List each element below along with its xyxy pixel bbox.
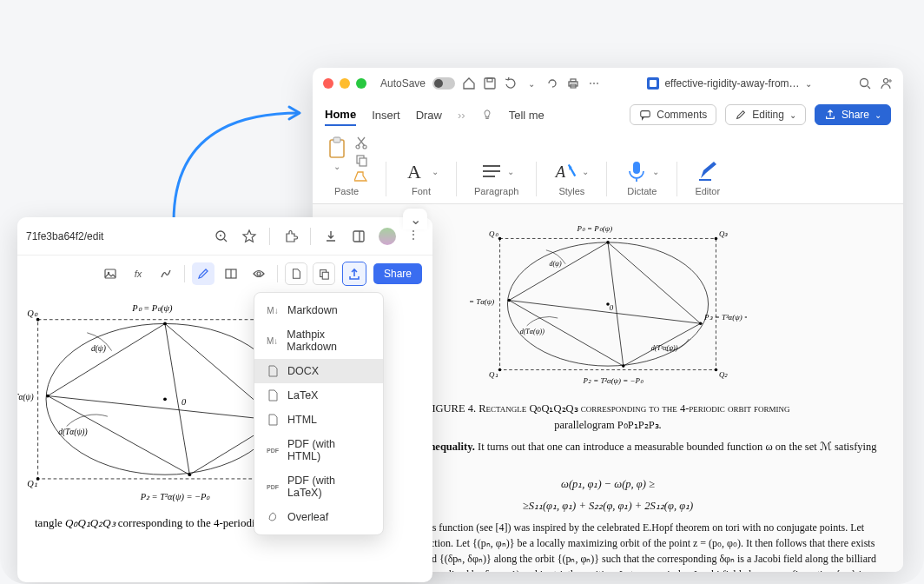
paste-group[interactable]: ⌄ Paste (325, 136, 368, 196)
toolbar-divider (269, 228, 270, 245)
image-icon[interactable] (99, 262, 122, 285)
font-a-icon: A (404, 158, 428, 184)
svg-line-48 (224, 239, 227, 242)
svg-text:P₀ = P₀(ψ): P₀ = P₀(ψ) (131, 303, 173, 314)
svg-text:0: 0 (610, 303, 614, 312)
export-item-pdf-latex[interactable]: PDFPDF (with LaTeX) (254, 468, 383, 505)
editing-label: Editing (752, 109, 784, 121)
tab-home[interactable]: Home (325, 104, 356, 126)
sidepanel-icon[interactable] (351, 229, 366, 244)
font-chevron-icon: ⌄ (432, 167, 439, 176)
svg-line-6 (868, 86, 870, 89)
svg-rect-11 (333, 137, 340, 143)
dictate-chevron-icon: ⌄ (652, 167, 659, 176)
svg-rect-0 (485, 78, 495, 89)
editor-group[interactable]: Editor (695, 158, 720, 196)
print-icon[interactable] (566, 76, 580, 90)
undo-icon[interactable] (504, 76, 518, 90)
svg-text:Q₁: Q₁ (27, 479, 37, 488)
scribble-icon[interactable] (155, 262, 177, 285)
editing-mode-button[interactable]: Editing ⌄ (725, 104, 806, 125)
fx-icon[interactable]: fx (127, 262, 149, 285)
bookmark-star-icon[interactable] (241, 229, 257, 244)
snip-share-button[interactable]: Share (373, 263, 422, 284)
ribbon-divider (386, 162, 386, 196)
download-icon[interactable] (323, 229, 339, 244)
tabs-overflow-icon[interactable]: ›› (458, 109, 465, 122)
export-item-overleaf[interactable]: Overleaf (254, 505, 383, 529)
ribbon-divider (536, 162, 537, 196)
svg-text:d(Tα(ψ)): d(Tα(ψ)) (520, 328, 545, 335)
paste-chevron-icon: ⌄ (333, 162, 340, 171)
cut-icon[interactable] (354, 136, 368, 149)
extensions-icon[interactable] (282, 229, 298, 244)
svg-text:d(T²α(ψ)): d(T²α(ψ)) (651, 344, 678, 352)
font-group[interactable]: A ⌄ Font (404, 158, 439, 196)
tex-file-icon (267, 389, 279, 402)
md-badge-icon: M↓ (267, 335, 278, 347)
export-item-docx[interactable]: DOCX (254, 359, 383, 383)
tab-chevron-icon[interactable]: ⌄ (403, 209, 427, 229)
preview-eye-icon[interactable] (248, 262, 270, 285)
svg-point-25 (498, 237, 502, 241)
dictate-group[interactable]: ⌄ Dictate (624, 158, 659, 196)
export-item-pdf-html[interactable]: PDFPDF (with HTML) (254, 432, 383, 468)
pdf-badge-icon: PDF (267, 444, 279, 456)
autosave-toggle[interactable] (432, 77, 455, 90)
svg-rect-15 (360, 158, 366, 166)
styles-group[interactable]: A ⌄ Styles (554, 158, 589, 196)
svg-text:P₂ = T²α(ψ) = −P₀: P₂ = T²α(ψ) = −P₀ (140, 493, 211, 503)
share-label: Share (842, 109, 869, 121)
zoom-light[interactable] (356, 78, 366, 89)
figure-4-diagram: Q₀ Q₃ Q₁ Q₂ P₀ = P₀(ψ) P₂ = T²α(ψ) = −P₀… (469, 213, 747, 395)
export-item-latex[interactable]: LaTeX (254, 383, 383, 408)
close-light[interactable] (323, 78, 333, 89)
export-button[interactable] (342, 262, 366, 286)
toolbar-divider (310, 228, 311, 245)
minimize-light[interactable] (340, 78, 350, 89)
page-icon[interactable] (285, 262, 307, 285)
profile-avatar[interactable] (379, 228, 396, 245)
tab-draw[interactable]: Draw (416, 105, 442, 125)
html-file-icon (267, 414, 279, 426)
editor-group-label: Editor (695, 186, 720, 196)
tell-me-field[interactable]: Tell me (509, 105, 544, 125)
redo-icon[interactable] (545, 76, 559, 90)
dictate-group-label: Dictate (627, 186, 657, 196)
format-painter-icon[interactable] (354, 170, 368, 184)
home-icon[interactable] (462, 76, 476, 90)
more-icon[interactable]: ⋯ (587, 76, 601, 90)
zoom-lens-icon[interactable] (214, 229, 229, 244)
export-item-markdown[interactable]: M↓Markdown (254, 298, 383, 322)
copy-icon[interactable] (354, 153, 368, 167)
copy-output-icon[interactable] (313, 262, 335, 285)
share-button[interactable]: Share ⌄ (815, 104, 891, 125)
share-chevron-icon: ⌄ (874, 110, 881, 120)
split-view-icon[interactable] (220, 262, 242, 285)
paragraph-group[interactable]: ⌄ Paragraph (474, 158, 518, 196)
search-icon[interactable] (858, 76, 872, 90)
save-icon[interactable] (483, 76, 497, 90)
export-item-html[interactable]: HTML (254, 408, 383, 432)
comments-button[interactable]: Comments (630, 104, 716, 125)
browser-snip-window: ⌄ 71fe3ba64f2/edit ⋮ fx (17, 217, 432, 582)
editor-pen-icon (696, 158, 720, 184)
svg-text:Q₂: Q₂ (719, 370, 728, 379)
window-controls (323, 78, 366, 89)
lightbulb-icon (481, 109, 493, 121)
svg-text:P₂ = T²α(ψ) = −P₀: P₂ = T²α(ψ) = −P₀ (583, 376, 644, 385)
filename-chevron-icon[interactable]: ⌄ (805, 79, 812, 89)
undo-more-icon[interactable]: ⌄ (525, 76, 538, 90)
share-title-icon[interactable] (879, 76, 893, 90)
svg-text:Q₀: Q₀ (27, 309, 37, 318)
svg-text:P₃ = T³α(ψ) = −P₁: P₃ = T³α(ψ) = −P₁ (703, 313, 747, 322)
svg-text:d(ψ): d(ψ) (91, 344, 106, 354)
export-item-mathpix-markdown[interactable]: M↓Mathpix Markdown (254, 322, 383, 359)
word-doc-icon (647, 77, 659, 90)
svg-text:0: 0 (182, 397, 187, 407)
svg-text:A: A (554, 163, 566, 181)
kebab-menu-icon[interactable]: ⋮ (408, 229, 424, 244)
svg-text:P₀ = P₀(ψ): P₀ = P₀(ψ) (576, 224, 612, 233)
tab-insert[interactable]: Insert (372, 105, 400, 125)
edit-mode-icon[interactable] (192, 262, 214, 285)
